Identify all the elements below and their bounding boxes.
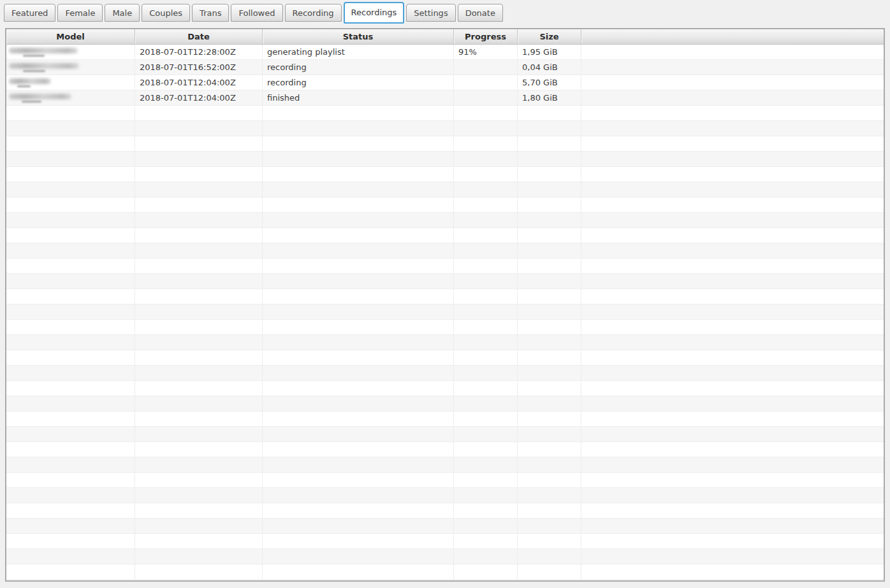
status-cell: finished bbox=[263, 90, 454, 105]
tab-recordings[interactable]: Recordings bbox=[344, 2, 405, 24]
empty-cell bbox=[581, 335, 884, 350]
column-header-model[interactable]: Model bbox=[6, 29, 135, 44]
model-cell bbox=[6, 75, 135, 90]
table-row[interactable]: 2018-07-01T12:28:00Zgenerating playlist9… bbox=[6, 45, 884, 60]
filler-cell bbox=[581, 75, 884, 90]
empty-cell bbox=[581, 457, 884, 472]
empty-cell bbox=[518, 182, 581, 197]
tab-featured[interactable]: Featured bbox=[4, 4, 55, 22]
empty-cell bbox=[6, 335, 135, 350]
empty-cell bbox=[135, 289, 263, 304]
empty-cell bbox=[581, 366, 884, 380]
empty-cell bbox=[454, 106, 518, 120]
table-row-empty bbox=[6, 350, 884, 366]
empty-cell bbox=[581, 427, 884, 441]
date-cell: 2018-07-01T12:04:00Z bbox=[135, 90, 263, 105]
empty-cell bbox=[135, 121, 263, 136]
size-cell: 5,70 GiB bbox=[518, 75, 581, 90]
empty-cell bbox=[135, 366, 263, 380]
empty-cell bbox=[135, 503, 263, 518]
model-cell bbox=[6, 45, 135, 59]
empty-cell bbox=[135, 350, 263, 365]
column-header-status[interactable]: Status bbox=[263, 29, 454, 44]
tab-followed[interactable]: Followed bbox=[231, 4, 282, 22]
tab-bar: FeaturedFemaleMaleCouplesTransFollowedRe… bbox=[0, 0, 890, 28]
empty-cell bbox=[518, 473, 581, 487]
tab-trans[interactable]: Trans bbox=[192, 4, 229, 22]
empty-cell bbox=[518, 534, 581, 549]
table-row[interactable]: 2018-07-01T12:04:00Zrecording5,70 GiB bbox=[6, 75, 884, 90]
empty-cell bbox=[135, 427, 263, 441]
empty-cell bbox=[263, 136, 454, 151]
tab-male[interactable]: Male bbox=[105, 4, 140, 22]
status-cell: recording bbox=[263, 75, 454, 90]
tab-couples[interactable]: Couples bbox=[142, 4, 190, 22]
empty-cell bbox=[581, 289, 884, 304]
tab-donate[interactable]: Donate bbox=[458, 4, 503, 22]
column-header-date[interactable]: Date bbox=[135, 29, 263, 44]
tab-settings[interactable]: Settings bbox=[406, 4, 455, 22]
empty-cell bbox=[454, 503, 518, 518]
empty-cell bbox=[263, 350, 454, 365]
empty-cell bbox=[6, 213, 135, 227]
empty-cell bbox=[454, 243, 518, 258]
table-row-empty bbox=[6, 549, 884, 564]
empty-cell bbox=[6, 121, 135, 136]
empty-cell bbox=[263, 473, 454, 487]
empty-cell bbox=[135, 274, 263, 289]
empty-cell bbox=[454, 182, 518, 197]
empty-cell bbox=[581, 320, 884, 334]
empty-cell bbox=[135, 305, 263, 319]
empty-cell bbox=[135, 488, 263, 503]
empty-cell bbox=[518, 488, 581, 503]
empty-cell bbox=[454, 121, 518, 136]
empty-cell bbox=[454, 564, 518, 579]
empty-cell bbox=[518, 274, 581, 289]
empty-cell bbox=[581, 213, 884, 227]
empty-cell bbox=[454, 228, 518, 243]
empty-cell bbox=[518, 152, 581, 166]
filler-cell bbox=[581, 60, 884, 75]
empty-cell bbox=[454, 350, 518, 365]
empty-cell bbox=[518, 457, 581, 472]
empty-cell bbox=[454, 274, 518, 289]
empty-cell bbox=[263, 335, 454, 350]
empty-cell bbox=[6, 473, 135, 487]
table-row-empty bbox=[6, 197, 884, 213]
table-row-empty bbox=[6, 564, 884, 580]
empty-cell bbox=[518, 289, 581, 304]
column-header-filler bbox=[581, 29, 884, 44]
empty-cell bbox=[581, 259, 884, 273]
empty-cell bbox=[454, 335, 518, 350]
empty-cell bbox=[6, 549, 135, 564]
empty-cell bbox=[6, 534, 135, 549]
column-header-progress[interactable]: Progress bbox=[454, 29, 518, 44]
table-row-empty bbox=[6, 473, 884, 488]
empty-cell bbox=[454, 320, 518, 334]
table-row-empty bbox=[6, 412, 884, 427]
empty-cell bbox=[518, 167, 581, 182]
table-row[interactable]: 2018-07-01T12:04:00Zfinished1,80 GiB bbox=[6, 90, 884, 106]
empty-cell bbox=[454, 136, 518, 151]
empty-cell bbox=[6, 396, 135, 411]
empty-cell bbox=[263, 106, 454, 120]
tab-female[interactable]: Female bbox=[57, 4, 103, 22]
table-row[interactable]: 2018-07-01T16:52:00Zrecording0,04 GiB bbox=[6, 60, 884, 75]
empty-cell bbox=[135, 381, 263, 396]
tab-recording[interactable]: Recording bbox=[285, 4, 342, 22]
empty-cell bbox=[454, 197, 518, 212]
empty-cell bbox=[263, 549, 454, 564]
empty-cell bbox=[263, 457, 454, 472]
size-cell: 1,95 GiB bbox=[518, 45, 581, 59]
empty-cell bbox=[135, 335, 263, 350]
date-cell: 2018-07-01T16:52:00Z bbox=[135, 60, 263, 75]
empty-cell bbox=[6, 503, 135, 518]
empty-cell bbox=[263, 121, 454, 136]
column-header-size[interactable]: Size bbox=[518, 29, 581, 44]
empty-cell bbox=[135, 106, 263, 120]
table-row-empty bbox=[6, 503, 884, 519]
empty-cell bbox=[518, 305, 581, 319]
table-row-empty bbox=[6, 121, 884, 136]
empty-cell bbox=[263, 488, 454, 503]
empty-cell bbox=[6, 427, 135, 441]
